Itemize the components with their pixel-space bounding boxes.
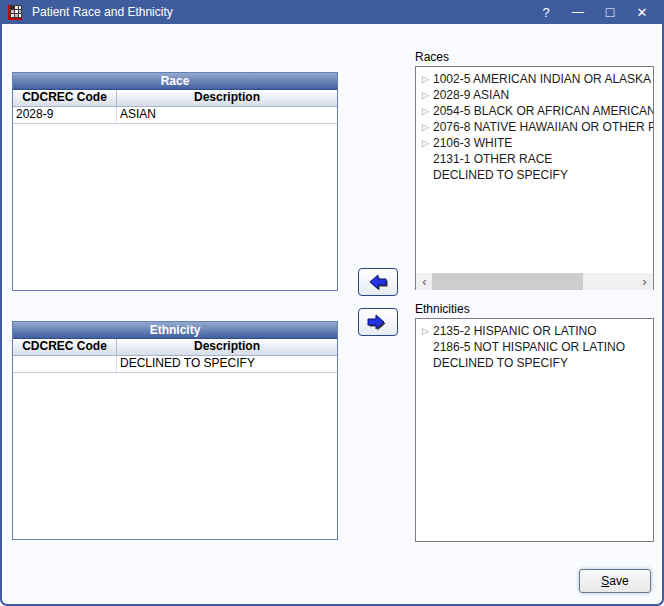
race-table-title: Race (13, 73, 337, 90)
expand-triangle-icon[interactable]: ▷ (420, 323, 433, 339)
ethnicity-cell-code (13, 356, 117, 372)
list-item[interactable]: ▷ 2076-8 NATIVE HAWAIIAN OR OTHER PACIFI… (416, 119, 653, 135)
list-item-label: 2028-9 ASIAN (433, 88, 509, 102)
blue-arrow-left-icon (367, 273, 389, 292)
move-to-available-button[interactable] (358, 308, 398, 336)
ethnicity-cell-description: DECLINED TO SPECIFY (117, 356, 337, 372)
race-table-rows: 2028-9 ASIAN (13, 107, 337, 124)
save-button[interactable]: Save (579, 569, 651, 593)
list-item-label: DECLINED TO SPECIFY (433, 356, 568, 370)
race-col-cdcrec-code[interactable]: CDCREC Code (13, 90, 117, 106)
scroll-right-icon[interactable]: › (636, 273, 653, 290)
ethnicity-col-description[interactable]: Description (117, 339, 337, 355)
list-item[interactable]: ▷ 2106-3 WHITE (416, 135, 653, 151)
maximize-button[interactable]: □ (594, 0, 626, 24)
race-cell-description: ASIAN (117, 107, 337, 123)
table-row[interactable]: 2028-9 ASIAN (13, 107, 337, 124)
list-item[interactable]: ▷ DECLINED TO SPECIFY (416, 355, 653, 371)
expand-triangle-icon[interactable]: ▷ (420, 71, 433, 87)
races-listbox[interactable]: ▷ 1002-5 AMERICAN INDIAN OR ALASKA NATIV… (415, 66, 654, 290)
races-hscrollbar[interactable]: ‹ › (416, 273, 653, 290)
race-col-description[interactable]: Description (117, 90, 337, 106)
race-table-column-header: CDCREC Code Description (13, 90, 337, 107)
list-item[interactable]: ▷ 2028-9 ASIAN (416, 87, 653, 103)
list-item-label: 2135-2 HISPANIC OR LATINO (433, 324, 597, 338)
list-item[interactable]: ▷ 2054-5 BLACK OR AFRICAN AMERICAN (416, 103, 653, 119)
ethnicities-list-label: Ethnicities (415, 302, 470, 316)
race-cell-code: 2028-9 (13, 107, 117, 123)
help-button[interactable]: ? (530, 0, 562, 24)
list-item[interactable]: ▷ 2131-1 OTHER RACE (416, 151, 653, 167)
expand-triangle-icon[interactable]: ▷ (420, 103, 433, 119)
move-to-selected-button[interactable] (358, 268, 398, 296)
ethnicity-table-rows: DECLINED TO SPECIFY (13, 356, 337, 373)
race-table: Race CDCREC Code Description 2028-9 ASIA… (12, 72, 338, 291)
window-title: Patient Race and Ethnicity (32, 5, 173, 19)
blue-arrow-right-icon (367, 313, 389, 332)
ethnicity-table-title: Ethnicity (13, 322, 337, 339)
races-hscrollbar-track[interactable]: ‹ › (416, 273, 653, 290)
list-item-label: 2054-5 BLACK OR AFRICAN AMERICAN (433, 104, 654, 118)
minimize-button[interactable]: — (562, 0, 594, 24)
expand-triangle-icon[interactable]: ▷ (420, 135, 433, 151)
expand-triangle-icon[interactable]: ▷ (420, 119, 433, 135)
expand-triangle-icon[interactable]: ▷ (420, 87, 433, 103)
window-controls: ? — □ ✕ (530, 0, 658, 24)
races-hscrollbar-thumb[interactable] (432, 273, 583, 290)
titlebar: Patient Race and Ethnicity ? — □ ✕ (0, 0, 664, 24)
list-item-label: DECLINED TO SPECIFY (433, 168, 568, 182)
list-item[interactable]: ▷ 2135-2 HISPANIC OR LATINO (416, 323, 653, 339)
list-item[interactable]: ▷ 1002-5 AMERICAN INDIAN OR ALASKA NATIV… (416, 71, 653, 87)
table-row[interactable]: DECLINED TO SPECIFY (13, 356, 337, 373)
list-item-label: 2106-3 WHITE (433, 136, 512, 150)
ethnicity-col-cdcrec-code[interactable]: CDCREC Code (13, 339, 117, 355)
list-item[interactable]: ▷ 2186-5 NOT HISPANIC OR LATINO (416, 339, 653, 355)
close-button[interactable]: ✕ (626, 0, 658, 24)
ethnicities-listbox[interactable]: ▷ 2135-2 HISPANIC OR LATINO ▷ 2186-5 NOT… (415, 318, 654, 542)
save-button-label-rest: ave (609, 574, 628, 588)
ethnicity-table-column-header: CDCREC Code Description (13, 339, 337, 356)
ethnicity-table: Ethnicity CDCREC Code Description DECLIN… (12, 321, 338, 540)
patient-race-ethnicity-dialog: Patient Race and Ethnicity ? — □ ✕ Race … (0, 0, 664, 606)
scroll-left-icon[interactable]: ‹ (416, 273, 433, 290)
list-item-label: 2076-8 NATIVE HAWAIIAN OR OTHER PACIFIC … (433, 120, 654, 134)
races-list-label: Races (415, 50, 449, 64)
list-item-label: 2131-1 OTHER RACE (433, 152, 552, 166)
list-item[interactable]: ▷ DECLINED TO SPECIFY (416, 167, 653, 183)
app-grid-icon (8, 4, 24, 20)
list-item-label: 1002-5 AMERICAN INDIAN OR ALASKA NATIVE (433, 72, 654, 86)
list-item-label: 2186-5 NOT HISPANIC OR LATINO (433, 340, 625, 354)
